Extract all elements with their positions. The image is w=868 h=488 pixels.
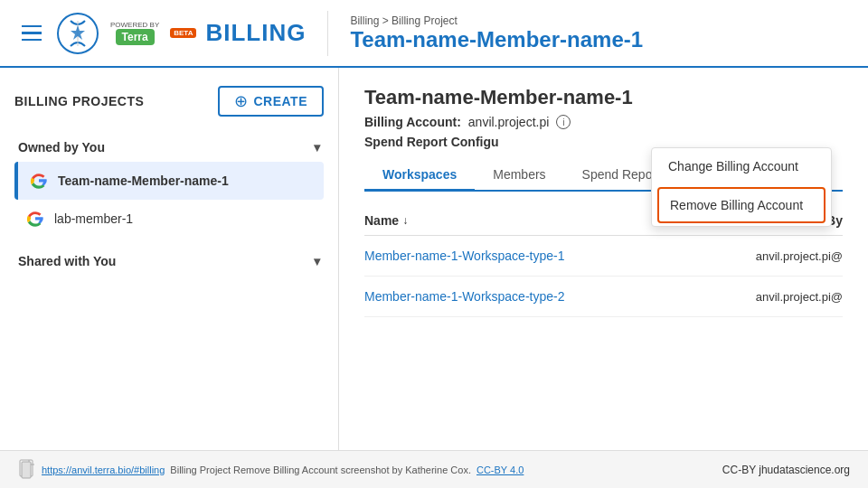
billing-account-label: Billing Account: [364, 115, 461, 129]
header-left: POWERED BY Terra BETA BILLING [18, 12, 306, 55]
footer-description: Billing Project Remove Billing Account s… [170, 465, 471, 475]
table-row: Member-name-1-Workspace-type-2 anvil.pro… [364, 277, 843, 317]
billing-account-row: Billing Account: anvil.project.pi i [364, 115, 843, 129]
sidebar: BILLING PROJECTS ⊕ CREATE Owned by You ▾… [0, 68, 339, 450]
footer-license[interactable]: CC-BY 4.0 [476, 465, 524, 475]
project-item-2[interactable]: lab-member-1 [14, 200, 324, 238]
content-area: Team-name-Member-name-1 Billing Account:… [339, 68, 868, 450]
owned-by-you-section[interactable]: Owned by You ▾ [14, 133, 324, 162]
project-name-2: lab-member-1 [54, 211, 133, 226]
info-icon[interactable]: i [556, 115, 571, 129]
row-created-2: anvil.project.pi@ [698, 290, 843, 304]
svg-rect-3 [22, 462, 31, 478]
sort-icon: ↓ [402, 214, 408, 227]
shared-with-you-section[interactable]: Shared with You ▾ [14, 247, 324, 276]
header-breadcrumb: Billing > Billing Project Team-name-Memb… [350, 14, 643, 52]
create-plus-icon: ⊕ [234, 93, 249, 109]
project-name-1: Team-name-Member-name-1 [58, 174, 229, 188]
project-title: Team-name-Member-name-1 [364, 86, 843, 109]
col-name-header[interactable]: Name ↓ [364, 213, 698, 228]
billing-account-value: anvil.project.pi [468, 115, 550, 129]
create-label: CREATE [253, 94, 307, 108]
hamburger-menu[interactable] [18, 22, 45, 45]
change-billing-item[interactable]: Change Billing Account [652, 148, 831, 184]
powered-by-label: POWERED BY Terra [110, 21, 159, 46]
row-created-1: anvil.project.pi@ [698, 249, 843, 263]
breadcrumb-title: Team-name-Member-name-1 [350, 27, 643, 52]
table-row: Member-name-1-Workspace-type-1 anvil.pro… [364, 236, 843, 277]
owned-chevron-icon: ▾ [314, 140, 320, 155]
sidebar-header: BILLING PROJECTS ⊕ CREATE [14, 86, 324, 117]
row-name-2[interactable]: Member-name-1-Workspace-type-2 [364, 289, 698, 304]
project-item-active[interactable]: Team-name-Member-name-1 [14, 162, 324, 200]
footer-left: https://anvil.terra.bio/#billing Billing… [18, 459, 524, 481]
row-name-1[interactable]: Member-name-1-Workspace-type-1 [364, 249, 698, 263]
billing-title-area: BETA BILLING [170, 19, 306, 47]
create-button[interactable]: ⊕ CREATE [218, 86, 324, 117]
remove-billing-item[interactable]: Remove Billing Account [657, 187, 826, 223]
terra-badge: Terra [116, 29, 155, 45]
dropdown-menu: Change Billing Account Remove Billing Ac… [651, 147, 832, 227]
footer-link[interactable]: https://anvil.terra.bio/#billing [42, 465, 165, 475]
owned-by-you-label: Owned by You [18, 140, 105, 155]
main-layout: BILLING PROJECTS ⊕ CREATE Owned by You ▾… [0, 68, 868, 450]
billing-word: BILLING [205, 19, 306, 47]
footer-right: CC-BY jhudatascience.org [722, 464, 850, 476]
billing-projects-label: BILLING PROJECTS [14, 94, 144, 108]
tab-workspaces[interactable]: Workspaces [364, 160, 475, 192]
tab-members[interactable]: Members [475, 160, 563, 192]
header-divider [327, 11, 328, 56]
app-logo [56, 12, 99, 55]
footer: https://anvil.terra.bio/#billing Billing… [0, 450, 868, 488]
shared-chevron-icon: ▾ [314, 254, 320, 268]
beta-badge: BETA [170, 28, 196, 38]
shared-with-you-label: Shared with You [18, 254, 116, 268]
gcloud-icon-2 [25, 209, 45, 229]
col-name-label: Name [364, 213, 399, 228]
document-icon [18, 459, 36, 481]
breadcrumb-top: Billing > Billing Project [350, 14, 643, 27]
gcloud-icon-1 [29, 171, 49, 191]
app-header: POWERED BY Terra BETA BILLING Billing > … [0, 0, 868, 68]
